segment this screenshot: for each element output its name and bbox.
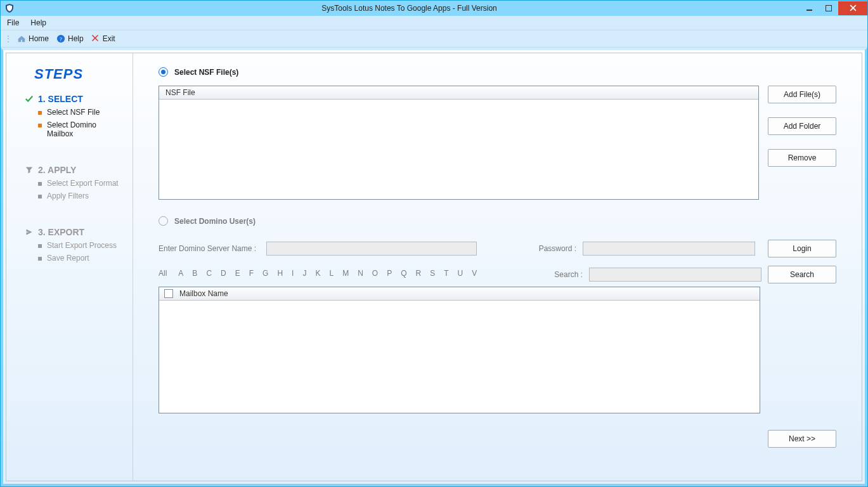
menu-file[interactable]: File xyxy=(7,18,19,27)
nsf-file-header: NSF File xyxy=(159,86,758,100)
main-panel: Select NSF File(s) NSF File Add File(s) … xyxy=(133,53,862,481)
radio-select-nsf-label: Select NSF File(s) xyxy=(174,68,238,77)
remove-button[interactable]: Remove xyxy=(768,149,836,167)
add-folder-button[interactable]: Add Folder xyxy=(768,117,836,135)
svg-text:?: ? xyxy=(60,36,62,42)
radio-icon xyxy=(159,216,168,226)
alpha-p[interactable]: P xyxy=(387,269,392,278)
menubar: File Help xyxy=(1,16,867,30)
server-name-label: Enter Domino Server Name : xyxy=(159,244,260,253)
alpha-t[interactable]: T xyxy=(444,269,448,278)
alpha-s[interactable]: S xyxy=(430,269,435,278)
radio-icon xyxy=(159,67,168,77)
alpha-e[interactable]: E xyxy=(235,269,240,278)
alpha-all[interactable]: All xyxy=(159,269,167,278)
toolbar-exit[interactable]: Exit xyxy=(89,33,118,44)
alpha-a[interactable]: A xyxy=(178,269,183,278)
server-name-input[interactable] xyxy=(266,242,477,256)
export-icon xyxy=(24,228,34,236)
alpha-v[interactable]: V xyxy=(472,269,477,278)
alpha-b[interactable]: B xyxy=(192,269,197,278)
toolbar-help[interactable]: ? Help xyxy=(54,33,86,44)
nsf-file-grid[interactable]: NSF File xyxy=(159,86,759,200)
toolbar-exit-label: Exit xyxy=(103,34,115,43)
titlebar: SysTools Lotus Notes To Google Apps - Fu… xyxy=(1,1,867,16)
sidebar-item-start-export[interactable]: Start Export Process xyxy=(38,241,121,250)
search-input[interactable] xyxy=(589,268,761,282)
next-button[interactable]: Next >> xyxy=(768,430,836,448)
menu-help[interactable]: Help xyxy=(30,18,46,27)
toolbar-home-label: Home xyxy=(29,34,49,43)
alpha-d[interactable]: D xyxy=(221,269,226,278)
step-3-header[interactable]: 3. EXPORT xyxy=(24,227,121,237)
steps-title: STEPS xyxy=(34,66,121,82)
step-2-label: 2. APPLY xyxy=(38,165,76,175)
help-icon: ? xyxy=(56,34,65,43)
radio-select-domino[interactable]: Select Domino User(s) xyxy=(159,216,836,226)
alpha-r[interactable]: R xyxy=(416,269,422,278)
alpha-l[interactable]: L xyxy=(329,269,334,278)
toolbar-home[interactable]: Home xyxy=(15,33,51,44)
search-button[interactable]: Search xyxy=(768,266,836,283)
radio-select-domino-label: Select Domino User(s) xyxy=(174,217,256,226)
search-label: Search : xyxy=(554,270,583,279)
sidebar-item-save-report[interactable]: Save Report xyxy=(38,254,121,263)
login-button[interactable]: Login xyxy=(768,240,836,257)
close-button[interactable] xyxy=(838,1,867,15)
mailbox-header: Mailbox Name xyxy=(159,287,760,301)
alpha-u[interactable]: U xyxy=(458,269,463,278)
exit-icon xyxy=(91,34,100,43)
alpha-o[interactable]: O xyxy=(372,269,378,278)
alpha-i[interactable]: I xyxy=(292,269,294,278)
sidebar-item-apply-filters[interactable]: Apply Filters xyxy=(38,192,121,200)
alpha-g[interactable]: G xyxy=(262,269,268,278)
home-icon xyxy=(17,34,26,43)
step-3-label: 3. EXPORT xyxy=(38,227,84,237)
alpha-h[interactable]: H xyxy=(277,269,283,278)
step-2-header[interactable]: 2. APPLY xyxy=(24,165,121,175)
select-all-checkbox[interactable] xyxy=(164,289,173,298)
window-title: SysTools Lotus Notes To Google Apps - Fu… xyxy=(18,4,800,13)
svg-rect-0 xyxy=(806,10,812,11)
sidebar-item-export-format[interactable]: Select Export Format xyxy=(38,179,121,188)
alpha-n[interactable]: N xyxy=(358,269,363,278)
password-input[interactable] xyxy=(583,242,755,256)
add-files-button[interactable]: Add File(s) xyxy=(768,86,836,103)
step-1-header[interactable]: 1. SELECT xyxy=(24,94,121,104)
alpha-m[interactable]: M xyxy=(342,269,349,278)
alpha-c[interactable]: C xyxy=(206,269,212,278)
toolbar-help-label: Help xyxy=(68,34,84,43)
check-icon xyxy=(24,94,34,103)
maximize-button[interactable] xyxy=(819,1,838,15)
step-1-label: 1. SELECT xyxy=(38,94,83,104)
sidebar-item-select-domino[interactable]: Select Domino Mailbox xyxy=(38,120,121,138)
svg-rect-1 xyxy=(826,5,832,11)
minimize-button[interactable] xyxy=(800,1,819,15)
sidebar: STEPS 1. SELECT Select NSF File Select D… xyxy=(6,53,133,481)
alpha-f[interactable]: F xyxy=(249,269,254,278)
radio-select-nsf[interactable]: Select NSF File(s) xyxy=(159,67,836,77)
sidebar-item-select-nsf[interactable]: Select NSF File xyxy=(38,108,121,117)
alpha-k[interactable]: K xyxy=(315,269,320,278)
alpha-j[interactable]: J xyxy=(302,269,306,278)
mailbox-grid[interactable]: Mailbox Name xyxy=(159,287,760,413)
app-icon xyxy=(4,3,15,13)
alpha-q[interactable]: Q xyxy=(401,269,406,278)
filter-icon xyxy=(24,166,34,174)
alphabet-filter: All ABCDEFGHIJKLMNOPQRSTUV xyxy=(159,269,477,278)
password-label: Password : xyxy=(539,244,576,253)
toolbar: ⋮ Home ? Help Exit xyxy=(1,30,867,48)
